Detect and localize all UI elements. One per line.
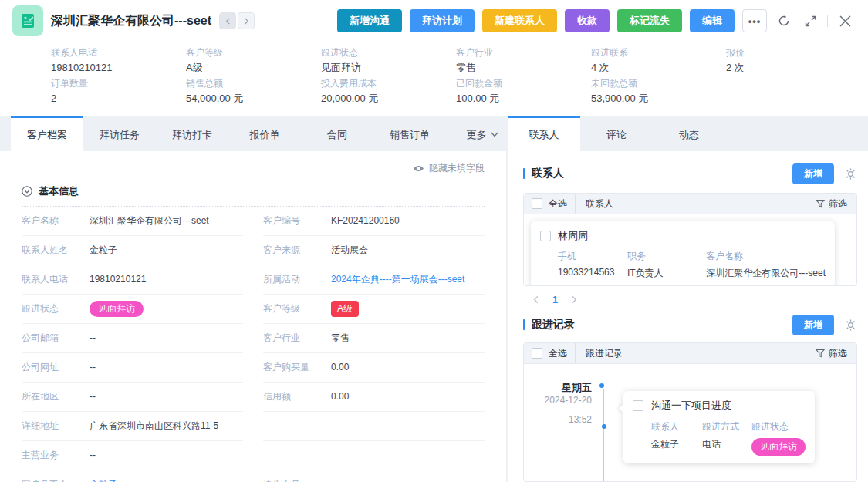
basic-info-title: 基本信息 [39,184,79,198]
prev-record-button[interactable] [219,12,236,29]
select-all-label: 全选 [549,347,567,360]
followup-weekday: 星期五 [524,381,592,394]
field-value: 19810210121 [90,274,146,285]
chevron-down-icon [491,132,498,137]
stat-pairs: 跟进联系 4 次 未回款总额 53,900.00 元 [591,45,726,106]
field-label: 联系人姓名 [22,244,90,257]
field-row: 客户负责人 金粒子 [22,470,243,482]
followup-title-row: 沟通一下项目进度 [633,399,806,413]
select-all-label: 全选 [549,197,567,211]
tab-label: 合同 [327,128,347,142]
close-icon[interactable] [836,12,854,30]
field-row: 客户来源 活动展会 [263,236,485,265]
toolbar-divider [827,15,828,27]
contact-card[interactable]: 林周周 手机 19033214563 [531,221,835,285]
tab[interactable]: 动态 [653,116,725,151]
hide-empty-fields-toggle[interactable]: 隐藏未填字段 [22,162,485,175]
filter-icon [816,349,825,358]
customer-doc-icon [12,5,43,36]
gear-icon[interactable] [844,319,857,332]
tab[interactable]: 销售订单 [373,116,446,151]
page-prev-button[interactable] [532,295,539,304]
tab-label: 客户档案 [27,128,67,142]
tab[interactable]: 评论 [580,116,653,151]
followup-filter-button[interactable]: 筛选 [806,343,856,363]
field-row: 客户名称 深圳汇聚华企有限公司---seet [22,207,243,236]
field-value[interactable]: 金粒子 [90,479,117,482]
action-button[interactable]: 编辑 [690,9,735,32]
relations-panel: 联系人 评论 动态 联系人 新增 [508,116,868,482]
timeline-spine [592,381,616,481]
stat-label: 客户行业 [456,45,591,60]
field-label: 详细地址 [22,420,90,433]
next-record-button[interactable] [238,12,255,29]
contact-field: 手机 19033214563 [558,250,627,280]
fullscreen-icon[interactable] [801,12,819,30]
followup-field-label: 跟进方式 [702,420,751,433]
refresh-icon[interactable] [775,12,793,30]
stat-value: 54,000.00 元 [186,91,321,106]
more-options-button[interactable]: ••• [742,9,767,32]
select-all-checkbox[interactable] [532,198,542,209]
followup-section-header: 跟进记录 新增 [523,313,857,336]
stat-label: 未回款总额 [591,76,726,91]
basic-info-header[interactable]: 基本信息 [22,184,485,207]
field-row: 客户行业 零售 [263,324,485,353]
tab[interactable]: 拜访任务 [83,116,156,151]
customer-detail-window: 深圳汇聚华企有限公司---seet 新增沟通 拜访计划 新建联系人 收款 标记流… [0,0,868,482]
stat-value: A级 [186,60,321,76]
chevron-left-icon [532,295,539,304]
stat-column: 跟进状态 见面拜访 投入费用成本 20,000.00 元 [321,45,456,116]
page-number[interactable]: 1 [552,294,558,305]
field-label: 客户行业 [263,332,331,345]
filter-icon [816,199,825,208]
field-row: 所属活动 2024年企典----第一场展会---seet [263,265,485,295]
action-button[interactable]: 新增沟通 [337,9,402,32]
basic-info-form: 客户名称 深圳汇聚华企有限公司---seet 联系人姓名 金粒子 联系人电话 [22,207,485,482]
action-button[interactable]: 标记流失 [617,9,682,32]
add-followup-button[interactable]: 新增 [792,315,834,335]
followup-card[interactable]: 沟通一下项目进度 联系人 金粒子 [623,391,815,463]
tab[interactable]: 拜访打卡 [156,116,228,151]
contact-checkbox[interactable] [540,231,551,241]
followup-time: 13:52 [524,414,592,425]
customer-panel: 客户档案 拜访任务 拜访打卡 报价单 [0,116,506,482]
record-pager [219,12,255,29]
followup-record: 星期五 2024-12-20 13:52 [524,381,856,481]
field-value[interactable]: 2024年企典----第一场展会---seet [331,274,464,285]
stat-label: 订单数量 [51,76,186,91]
followup-checkbox[interactable] [633,400,643,411]
contacts-filter-button[interactable]: 筛选 [806,194,856,214]
stat-pair: 投入费用成本 20,000.00 元 [321,76,456,106]
basic-info-right-column: 客户编号 KF20241200160 客户来源 活动展会 所属活动 [263,207,485,482]
tab[interactable]: 报价单 [228,116,301,151]
stat-value: 19810210121 [51,60,186,76]
field-label: 联系人电话 [22,273,90,286]
action-button[interactable]: 新建联系人 [482,9,557,32]
followup-field-value: 电话 [702,438,751,451]
stats-summary: 联系人电话 19810210121 订单数量 2 [0,42,868,116]
tab[interactable]: 合同 [301,116,373,151]
field-value: 活动展会 [331,244,368,256]
tab[interactable]: 联系人 [508,116,580,151]
add-contact-button[interactable]: 新增 [792,163,834,184]
contacts-section-header: 联系人 新增 [523,162,857,185]
collapse-icon [22,186,32,197]
select-all-cell: 全选 [524,343,576,363]
followup-field: 跟进状态 见面拜访 [751,420,806,456]
tab[interactable]: 客户档案 [11,116,83,151]
tab-label: 更多 [467,128,487,142]
action-button[interactable]: 拜访计划 [410,9,475,32]
stat-pair: 已回款金额 100.00 元 [456,76,591,106]
action-button[interactable]: 收款 [565,9,610,32]
page-next-button[interactable] [571,295,578,304]
contact-field-label: 客户名称 [706,250,826,263]
stat-value: 2 次 [726,60,861,76]
gear-icon[interactable] [844,167,857,180]
field-value: 0.00 [331,362,349,373]
contacts-pagination: 1 [523,286,857,312]
select-all-checkbox[interactable] [532,348,542,359]
stat-column: 客户行业 零售 已回款金额 100.00 元 [456,45,591,116]
field-label: 协作人员 [263,478,331,482]
contacts-section-title: 联系人 [532,167,792,180]
